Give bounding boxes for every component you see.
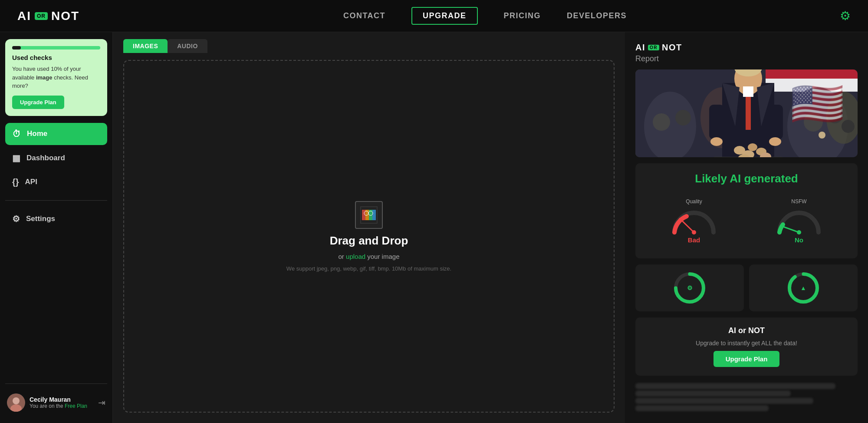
quality-value: Bad xyxy=(688,236,700,244)
usage-desc: You have used 10% of your available imag… xyxy=(12,65,100,90)
small-gauge-section: ⚙ ▲ xyxy=(635,264,858,311)
main-content: Used checks You have used 10% of your av… xyxy=(0,32,868,423)
sidebar-item-home[interactable]: ⏱ Home xyxy=(5,123,107,145)
report-brand-or: OR xyxy=(648,45,659,50)
center-panel: IMAGES AUDIO Drag and Drop xyxy=(113,32,625,423)
nsfw-gauge-wrap xyxy=(775,206,823,235)
sidebar-divider xyxy=(5,200,107,201)
svg-point-1 xyxy=(13,397,20,404)
upgrade-plan-button[interactable]: Upgrade Plan xyxy=(12,96,64,109)
svg-rect-36 xyxy=(768,105,783,139)
blur-row-2 xyxy=(635,390,791,397)
user-plan: You are on the Free Plan xyxy=(30,403,94,409)
blur-row-1 xyxy=(635,383,835,389)
sidebar-item-api[interactable]: {} API xyxy=(5,171,107,193)
svg-text:▲: ▲ xyxy=(800,284,806,291)
svg-point-43 xyxy=(827,108,843,123)
results-row: Quality Bad xyxy=(644,192,849,250)
svg-point-18 xyxy=(787,87,848,157)
svg-point-45 xyxy=(819,132,825,139)
svg-point-44 xyxy=(842,120,855,133)
user-info: Cecily Mauran You are on the Free Plan xyxy=(30,396,94,409)
nav: CONTACT UPGRADE PRICING DEVELOPERS xyxy=(343,7,627,25)
svg-point-38 xyxy=(769,137,781,146)
sidebar-bottom-divider xyxy=(5,383,107,384)
analyzed-image xyxy=(635,69,858,157)
likely-ai-result-card: Likely AI generated Quality xyxy=(635,163,858,258)
dashboard-icon: ▦ xyxy=(12,153,20,163)
svg-point-47 xyxy=(692,230,696,235)
nav-upgrade[interactable]: UPGRADE xyxy=(411,7,478,25)
upgrade-overlay-card: AI or NOT Upgrade to instantly get ALL t… xyxy=(635,317,858,376)
drop-hint: We support jpeg, png, webp, gif, tiff, b… xyxy=(286,265,451,272)
logo-ai: AI xyxy=(17,9,31,23)
nsfw-gauge-card: NSFW No xyxy=(749,192,849,250)
report-subtitle: Report xyxy=(635,54,858,63)
report-brand-ai: AI xyxy=(635,43,645,53)
tab-images[interactable]: IMAGES xyxy=(123,39,168,53)
svg-rect-39 xyxy=(743,86,753,97)
nsfw-value: No xyxy=(795,236,803,244)
usage-bar-track xyxy=(12,46,100,50)
blur-row-4 xyxy=(635,405,769,411)
drop-title: Drag and Drop xyxy=(330,234,408,248)
svg-point-31 xyxy=(734,146,745,155)
usage-card: Used checks You have used 10% of your av… xyxy=(5,39,107,116)
svg-point-40 xyxy=(653,113,670,131)
upgrade-overlay-button[interactable]: Upgrade Plan xyxy=(713,351,780,367)
svg-point-42 xyxy=(804,112,823,132)
sidebar-nav: ⏱ Home ▦ Dashboard {} API ⚙ Settings xyxy=(5,123,107,379)
sidebar-item-home-label: Home xyxy=(27,129,47,138)
report-brand-not: NOT xyxy=(662,43,682,53)
small-gauge-card-2: ▲ xyxy=(749,264,858,311)
svg-rect-15 xyxy=(766,79,858,92)
api-icon: {} xyxy=(12,177,19,187)
quality-label: Quality xyxy=(686,198,702,205)
logo-or-badge: OR xyxy=(35,12,48,20)
drop-subtitle: or upload your image xyxy=(339,253,400,260)
drop-icon xyxy=(355,201,383,229)
quality-gauge-card: Quality Bad xyxy=(644,192,744,250)
user-plan-link[interactable]: Free Plan xyxy=(65,403,87,409)
usage-bar-fill xyxy=(12,46,21,50)
usage-title: Used checks xyxy=(12,54,100,61)
blur-row-3 xyxy=(635,398,813,404)
nav-contact[interactable]: CONTACT xyxy=(343,11,385,20)
svg-rect-35 xyxy=(709,105,724,139)
drop-zone[interactable]: Drag and Drop or upload your image We su… xyxy=(123,60,615,413)
svg-point-41 xyxy=(675,110,691,126)
svg-line-48 xyxy=(782,226,799,232)
logo: AI OR NOT xyxy=(17,9,130,23)
upgrade-overlay-desc: Upgrade to instantly get ALL the data! xyxy=(696,340,797,347)
svg-rect-8 xyxy=(372,210,376,220)
nsfw-label: NSFW xyxy=(791,198,806,205)
nav-pricing[interactable]: PRICING xyxy=(504,11,541,20)
right-panel: AI OR NOT Report xyxy=(625,32,868,423)
sidebar-user: Cecily Mauran You are on the Free Plan ⇥ xyxy=(5,389,107,416)
nav-right: ⚙ xyxy=(840,9,851,23)
home-icon: ⏱ xyxy=(12,129,21,139)
user-name: Cecily Mauran xyxy=(30,396,94,403)
logo-not: NOT xyxy=(51,9,79,23)
logout-icon[interactable]: ⇥ xyxy=(98,397,105,408)
svg-point-49 xyxy=(797,230,801,235)
tab-audio[interactable]: AUDIO xyxy=(168,39,207,53)
nav-developers[interactable]: DEVELOPERS xyxy=(567,11,627,20)
sidebar-item-settings[interactable]: ⚙ Settings xyxy=(5,208,107,230)
upgrade-overlay-title: AI or NOT xyxy=(728,326,765,335)
report-header: AI OR NOT Report xyxy=(635,43,858,63)
tab-bar: IMAGES AUDIO xyxy=(113,32,625,53)
report-brand: AI OR NOT xyxy=(635,43,858,53)
sidebar-item-dashboard[interactable]: ▦ Dashboard xyxy=(5,147,107,169)
settings-icon: ⚙ xyxy=(12,214,20,224)
avatar xyxy=(7,393,25,412)
upload-link[interactable]: upload xyxy=(346,253,365,260)
likely-ai-title: Likely AI generated xyxy=(644,172,849,185)
quality-gauge-wrap xyxy=(670,206,718,235)
svg-text:⚙: ⚙ xyxy=(687,284,693,291)
sidebar-item-settings-label: Settings xyxy=(26,215,55,223)
header: AI OR NOT CONTACT UPGRADE PRICING DEVELO… xyxy=(0,0,868,32)
blurred-data-section xyxy=(635,382,858,413)
sidebar-item-api-label: API xyxy=(25,178,37,186)
gear-icon[interactable]: ⚙ xyxy=(840,9,851,23)
